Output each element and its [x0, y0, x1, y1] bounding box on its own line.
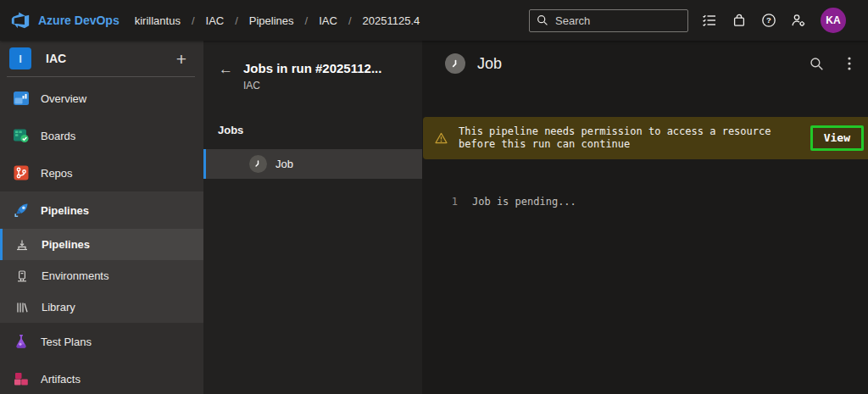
sidebar-item-label: Library — [42, 301, 75, 314]
clock-icon — [249, 155, 267, 173]
sidebar-item-label: Repos — [41, 167, 73, 180]
jobs-panel-header: ← Jobs in run #2025112... IAC — [219, 61, 417, 92]
sidebar-item-repos[interactable]: Repos — [0, 154, 203, 191]
log-panel-header: Job — [422, 41, 868, 74]
sidebar-item-overview[interactable]: Overview — [0, 80, 203, 117]
breadcrumb-pipeline-name[interactable]: IAC — [319, 14, 337, 27]
log-output: 1 Job is pending... — [422, 196, 868, 208]
azure-devops-window: Azure DevOps kirillantus / IAC / Pipelin… — [0, 0, 868, 394]
sidebar-item-library[interactable]: Library — [0, 291, 203, 323]
global-search-box[interactable] — [529, 9, 688, 32]
sidebar-item-label: Environments — [42, 269, 108, 282]
marketplace-bag-icon[interactable] — [732, 13, 747, 28]
project-header: I IAC + — [0, 41, 203, 76]
jobs-section-label: Jobs — [218, 124, 243, 136]
sidebar-item-label: Pipelines — [42, 238, 90, 251]
job-title: Job — [477, 55, 502, 73]
sidebar: I IAC + Overview — [0, 41, 203, 394]
banner-message: This pipeline needs permission to access… — [459, 125, 771, 151]
repos-icon — [12, 164, 31, 181]
project-icon[interactable]: I — [9, 47, 31, 69]
log-line: 1 Job is pending... — [422, 196, 868, 208]
sidebar-item-label: Artifacts — [41, 373, 81, 386]
top-bar: Azure DevOps kirillantus / IAC / Pipelin… — [0, 0, 868, 41]
sidebar-item-artifacts[interactable]: Artifacts — [0, 360, 203, 394]
annotation-highlight: View — [810, 125, 864, 151]
job-list-item[interactable]: Job — [203, 149, 422, 179]
sidebar-item-pipelines-sub[interactable]: Pipelines — [0, 229, 203, 260]
warning-icon — [435, 132, 448, 144]
environments-icon — [13, 269, 31, 283]
run-subtitle: IAC — [243, 80, 381, 92]
sidebar-item-environments[interactable]: Environments — [0, 260, 203, 291]
azure-devops-logo-icon[interactable] — [11, 11, 30, 30]
pipelines-group: Pipelines Pipelines — [0, 191, 203, 323]
kebab-icon[interactable] — [848, 57, 851, 70]
breadcrumb-separator: / — [192, 14, 195, 27]
breadcrumb-project[interactable]: IAC — [206, 14, 225, 27]
topbar-icon-group: ? KA — [702, 8, 851, 33]
user-settings-icon[interactable] — [791, 13, 806, 28]
help-icon[interactable]: ? — [761, 13, 776, 28]
pipelines-rocket-icon — [12, 202, 31, 219]
log-line-number: 1 — [422, 196, 458, 208]
breadcrumb-separator: / — [235, 14, 238, 27]
sidebar-item-label: Test Plans — [41, 336, 92, 348]
sidebar-item-label: Boards — [41, 130, 75, 142]
plus-icon[interactable]: + — [171, 50, 192, 68]
search-icon — [537, 14, 548, 26]
breadcrumb-run-number[interactable]: 20251125.4 — [363, 14, 420, 27]
sidebar-item-boards[interactable]: Boards — [0, 117, 203, 154]
back-icon[interactable]: ← — [219, 61, 233, 92]
breadcrumb-separator: / — [348, 14, 352, 27]
overview-icon — [12, 90, 31, 107]
breadcrumb-pipelines[interactable]: Pipelines — [249, 14, 294, 27]
breadcrumb-separator: / — [305, 14, 309, 27]
job-item-label: Job — [275, 158, 293, 170]
sidebar-item-pipelines[interactable]: Pipelines — [0, 191, 203, 229]
breadcrumb: kirillantus / IAC / Pipelines / IAC / 20… — [135, 14, 420, 27]
boards-icon — [12, 127, 31, 144]
artifacts-icon — [12, 370, 31, 387]
jobs-panel: ← Jobs in run #2025112... IAC Jobs Job — [203, 41, 422, 394]
permission-banner: This pipeline needs permission to access… — [423, 117, 868, 159]
library-icon — [13, 301, 31, 314]
breadcrumb-org[interactable]: kirillantus — [135, 14, 181, 27]
avatar[interactable]: KA — [821, 8, 846, 33]
view-button[interactable]: View — [813, 128, 861, 148]
project-name[interactable]: IAC — [46, 52, 66, 65]
brand-title[interactable]: Azure DevOps — [38, 14, 120, 27]
sidebar-item-label: Overview — [41, 92, 86, 105]
run-title: Jobs in run #2025112... — [243, 61, 381, 75]
log-panel: Job This pipeline needs permission to ac… — [422, 41, 868, 394]
sidebar-item-label: Pipelines — [41, 204, 89, 217]
log-actions — [810, 57, 851, 71]
test-plans-icon — [12, 333, 31, 350]
search-input[interactable] — [555, 14, 681, 27]
sidebar-divider — [7, 76, 195, 77]
svg-text:?: ? — [766, 15, 771, 25]
log-line-text: Job is pending... — [472, 196, 576, 208]
tasklist-icon[interactable] — [702, 13, 717, 28]
clock-icon — [445, 53, 465, 74]
rocket-pad-icon — [13, 238, 31, 252]
search-icon[interactable] — [810, 57, 824, 71]
sidebar-item-test-plans[interactable]: Test Plans — [0, 323, 203, 360]
